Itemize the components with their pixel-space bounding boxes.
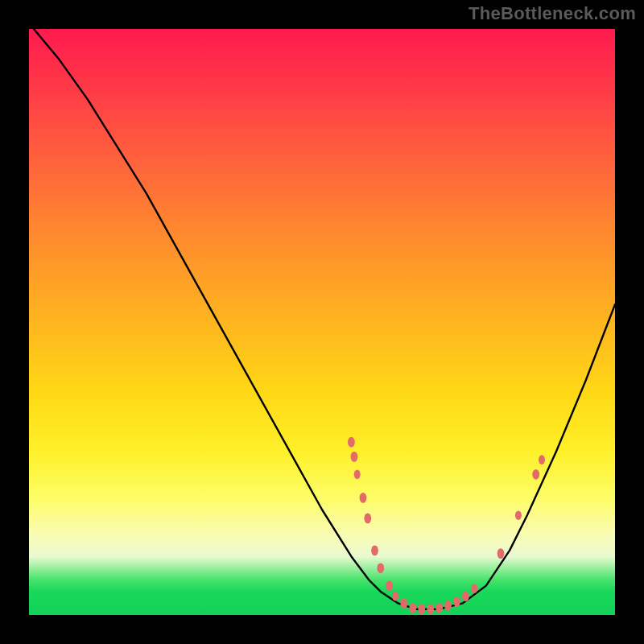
data-marker: [515, 510, 522, 520]
data-marker: [409, 603, 416, 613]
data-marker: [386, 580, 393, 591]
data-marker: [377, 563, 384, 573]
data-marker: [401, 598, 408, 609]
bottleneck-curve: [29, 23, 615, 609]
data-marker: [418, 604, 425, 614]
data-marker: [360, 493, 367, 503]
data-marker: [392, 592, 398, 601]
data-marker: [351, 452, 358, 462]
data-marker: [462, 591, 469, 601]
chart-svg: [29, 29, 615, 615]
data-marker: [427, 604, 434, 614]
data-marker: [532, 469, 539, 480]
chart-frame: TheBottleneck.com: [0, 0, 644, 644]
watermark-text: TheBottleneck.com: [469, 3, 636, 24]
data-marker: [453, 597, 460, 607]
data-marker: [354, 470, 361, 480]
data-marker: [436, 603, 443, 613]
data-marker: [444, 601, 452, 611]
data-marker: [371, 546, 378, 556]
data-marker: [471, 584, 477, 593]
data-marker: [348, 437, 355, 448]
data-marker: [539, 455, 545, 464]
plot-area: [29, 29, 615, 615]
data-marker: [497, 548, 505, 559]
data-marker: [364, 514, 371, 524]
